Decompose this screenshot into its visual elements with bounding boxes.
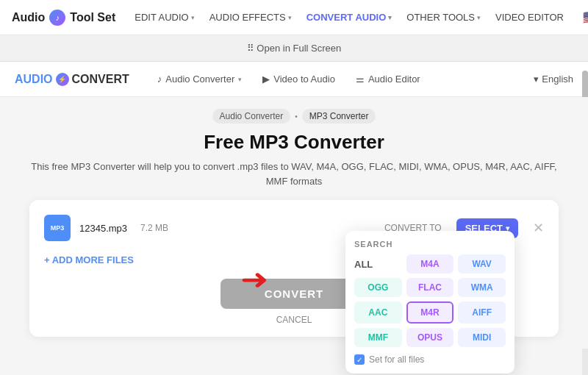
breadcrumb: Audio Converter • MP3 Converter	[29, 109, 559, 124]
breadcrumb-audio-converter[interactable]: Audio Converter	[212, 109, 291, 124]
format-aac-button[interactable]: AAC	[354, 301, 402, 324]
video-icon: ▶	[262, 74, 270, 85]
sub-nav-links: ♪ Audio Converter ▾ ▶ Video to Audio ⚌ A…	[147, 62, 534, 97]
brand-logo[interactable]: Audio ♪ Tool Set	[12, 10, 115, 26]
brand-icon: ♪	[49, 10, 65, 26]
sub-brand-icon: ⚡	[56, 73, 69, 86]
language-selector[interactable]: ▾ English	[534, 74, 573, 85]
chevron-down-icon: ▾	[534, 74, 539, 85]
sub-nav-audio-converter[interactable]: ♪ Audio Converter ▾	[147, 62, 252, 97]
format-m4r-button[interactable]: M4R	[406, 301, 454, 324]
format-mmf-button[interactable]: MMF	[354, 328, 402, 347]
music-icon: ♪	[157, 74, 162, 85]
format-wma-button[interactable]: WMA	[458, 278, 506, 297]
format-dropdown-panel: SEARCH ALL M4A WAV OGG FLAC WMA AAC M4R …	[345, 231, 514, 374]
nav-other-tools[interactable]: OTHER TOOLS ▾	[401, 0, 487, 35]
format-opus-button[interactable]: OPUS	[406, 328, 454, 347]
format-all-button[interactable]: ALL	[354, 254, 402, 274]
nav-links: EDIT AUDIO ▾ AUDIO EFFECTS ▾ CONVERT AUD…	[129, 0, 570, 35]
top-nav: Audio ♪ Tool Set EDIT AUDIO ▾ AUDIO EFFE…	[0, 0, 588, 35]
fullscreen-bar: ⠿ Open in Full Screen	[0, 35, 588, 62]
file-type-badge: MP3	[44, 215, 71, 241]
dropdown-search-label: SEARCH	[354, 240, 506, 249]
checkbox-icon[interactable]: ✓	[354, 354, 365, 365]
nav-audio-effects[interactable]: AUDIO EFFECTS ▾	[204, 0, 298, 35]
chevron-down-icon: ▾	[191, 14, 195, 21]
format-grid: ALL M4A WAV OGG FLAC WMA AAC M4R AIFF MM…	[354, 254, 506, 347]
chevron-down-icon: ▾	[288, 14, 292, 21]
chevron-down-icon: ▾	[477, 14, 481, 21]
page-subtitle: This free MP3 Converter will help you to…	[29, 160, 559, 188]
nav-video-editor[interactable]: VIDEO EDITOR	[490, 0, 570, 35]
chevron-down-icon: ▾	[238, 76, 242, 83]
format-ogg-button[interactable]: OGG	[354, 278, 402, 297]
sub-nav: AUDIO ⚡ CONVERT ♪ Audio Converter ▾ ▶ Vi…	[0, 62, 588, 97]
file-size: 7.2 MB	[140, 223, 168, 233]
file-name: 12345.mp3	[79, 223, 127, 234]
nav-edit-audio[interactable]: EDIT AUDIO ▾	[129, 0, 200, 35]
format-flac-button[interactable]: FLAC	[406, 278, 454, 297]
set-for-all-label: Set for all files	[369, 354, 424, 365]
sub-brand-convert: CONVERT	[72, 73, 129, 86]
fullscreen-link[interactable]: ⠿ Open in Full Screen	[247, 43, 342, 54]
close-file-button[interactable]: ✕	[533, 220, 544, 236]
flag-icon[interactable]: 🇺🇸	[583, 12, 588, 24]
format-m4a-button[interactable]: M4A	[406, 254, 454, 274]
main-content: Audio Converter • MP3 Converter Free MP3…	[0, 97, 588, 349]
format-wav-button[interactable]: WAV	[458, 254, 506, 274]
sub-brand[interactable]: AUDIO ⚡ CONVERT	[15, 73, 129, 86]
sub-brand-audio: AUDIO	[15, 73, 53, 86]
brand-text-toolset: Tool Set	[70, 11, 115, 24]
sub-nav-video-to-audio[interactable]: ▶ Video to Audio	[252, 62, 345, 97]
brand-text-audio: Audio	[12, 11, 45, 24]
format-midi-button[interactable]: MIDI	[458, 328, 506, 347]
set-for-all-row: ✓ Set for all files	[354, 354, 506, 365]
sub-nav-audio-editor[interactable]: ⚌ Audio Editor	[345, 62, 431, 97]
breadcrumb-separator: •	[295, 113, 298, 121]
converter-box: MP3 12345.mp3 7.2 MB CONVERT TO SELECT ▾…	[29, 200, 559, 337]
sliders-icon: ⚌	[356, 74, 365, 85]
page-title: Free MP3 Converter	[29, 131, 559, 154]
format-aiff-button[interactable]: AIFF	[458, 301, 506, 324]
chevron-down-icon: ▾	[388, 14, 392, 21]
breadcrumb-mp3-converter[interactable]: MP3 Converter	[302, 109, 376, 124]
nav-convert-audio[interactable]: CONVERT AUDIO ▾	[301, 0, 398, 35]
